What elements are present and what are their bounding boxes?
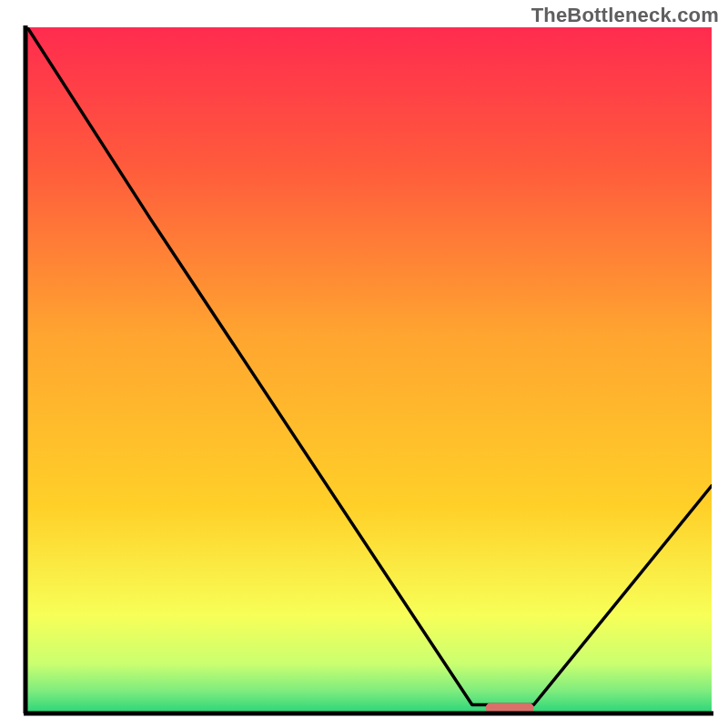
- chart-svg: [0, 0, 728, 728]
- attribution-label: TheBottleneck.com: [531, 4, 719, 27]
- gradient-background: [27, 27, 712, 712]
- chart-container: { "attribution": "TheBottleneck.com", "c…: [0, 0, 728, 728]
